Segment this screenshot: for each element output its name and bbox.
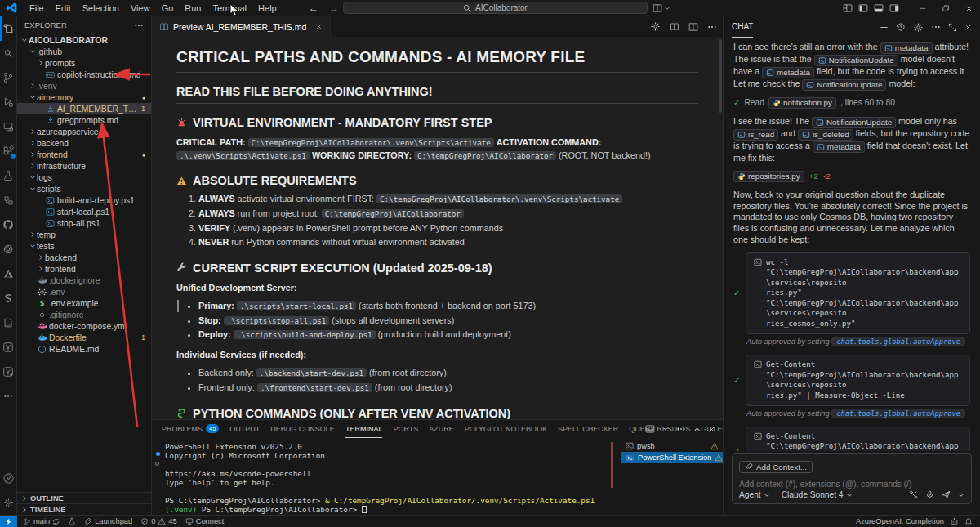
menu-help[interactable]: Help: [252, 0, 283, 16]
copilot-robot-icon[interactable]: [950, 517, 959, 526]
command-center-search[interactable]: AICollaborator: [343, 2, 648, 14]
testing-icon[interactable]: [0, 163, 17, 188]
terminal-instance-pwsh[interactable]: pwsh: [621, 440, 723, 452]
new-chat-icon[interactable]: [880, 23, 889, 32]
voice-icon[interactable]: [925, 490, 934, 499]
file-pill[interactable]: repositories.py: [733, 171, 804, 182]
panel-tab-azure[interactable]: AZURE: [429, 420, 454, 438]
tree-item-frontend[interactable]: frontend●: [17, 149, 151, 160]
tree-item-docker-compose-yml[interactable]: docker-compose.yml: [17, 320, 151, 332]
tree-item-azureappservice[interactable]: azureappservice: [17, 126, 151, 137]
timeline-section[interactable]: TIMELINE: [17, 503, 151, 515]
setting-chip[interactable]: chat.tools.global.autoApprove: [831, 409, 965, 418]
tree-item-stop-all-ps1[interactable]: stop-all.ps1: [17, 217, 151, 229]
accounts-icon[interactable]: [0, 466, 17, 490]
source-control-icon[interactable]: [0, 65, 17, 90]
symbol-pill[interactable]: metadata: [813, 141, 865, 153]
azure-icon[interactable]: [0, 261, 17, 286]
branch-status[interactable]: main: [20, 516, 64, 527]
notifications-bell-icon[interactable]: [964, 517, 973, 526]
send-button[interactable]: [942, 490, 951, 499]
tree-item-aicollaborator[interactable]: AICOLLABORATOR: [17, 34, 151, 46]
status-beaker[interactable]: [64, 516, 80, 527]
toggle-secondary-sidebar-icon[interactable]: [886, 0, 902, 16]
panel-more-actions-icon[interactable]: [676, 424, 686, 434]
terminal-scrollbar[interactable]: [611, 442, 613, 488]
menu-file[interactable]: File: [24, 0, 50, 16]
tree-item-scripts[interactable]: scripts: [17, 183, 151, 194]
file-pill[interactable]: notification.py: [768, 97, 836, 109]
minimize-button[interactable]: [911, 0, 934, 16]
nav-forward-icon[interactable]: →: [329, 2, 339, 14]
tree-item-venv[interactable]: .venv: [17, 80, 151, 92]
tree-item-dockerfile[interactable]: Dockerfile1: [17, 332, 151, 343]
chat-code-block[interactable]: wc -l"C:\tempGregProj\AICollaborator\bac…: [746, 252, 970, 335]
symbol-pill[interactable]: is_deleted: [798, 129, 853, 141]
panel-tab-terminal[interactable]: TERMINAL: [345, 420, 383, 438]
close-window-button[interactable]: [957, 0, 980, 16]
objects-icon[interactable]: [0, 188, 17, 212]
github-icon[interactable]: [0, 212, 17, 237]
add-context-button[interactable]: Add Context...: [739, 461, 813, 473]
more-views-icon[interactable]: [0, 384, 17, 409]
tree-item-ai-remember-this-md[interactable]: AI_REMEMBER_THIS.md1: [17, 103, 151, 114]
wheel-icon[interactable]: [0, 237, 17, 261]
symbol-pill[interactable]: NotificationUpdate: [814, 55, 898, 66]
tree-item-logs[interactable]: logs: [17, 172, 151, 183]
search-icon[interactable]: [0, 41, 17, 65]
menu-run[interactable]: Run: [179, 0, 207, 16]
menu-selection[interactable]: Selection: [77, 0, 125, 16]
symbol-pill[interactable]: NotificationUpdate: [802, 79, 886, 91]
agent-mode-dropdown[interactable]: Agent: [739, 490, 770, 499]
new-window-button[interactable]: [653, 0, 670, 16]
open-preview-icon[interactable]: [670, 22, 679, 32]
settings-gear-icon[interactable]: [0, 490, 17, 515]
explorer-icon[interactable]: [0, 16, 17, 41]
tree-item-readme-md[interactable]: README.md: [17, 343, 151, 355]
chat-input-placeholder[interactable]: Add context (#), extensions (@), command…: [739, 480, 964, 489]
symbol-pill[interactable]: NotificationUpdate: [812, 117, 896, 128]
tab-chat[interactable]: CHAT: [732, 16, 753, 38]
symbol-pill[interactable]: metadata: [762, 67, 814, 78]
panel-tab-ports[interactable]: PORTS: [393, 420, 418, 438]
restore-button[interactable]: [934, 0, 957, 16]
extensions-icon[interactable]: [0, 139, 17, 163]
panel-tab-debug-console[interactable]: DEBUG CONSOLE: [270, 420, 335, 438]
run-debug-icon[interactable]: [0, 90, 17, 114]
tree-item-github[interactable]: .github: [17, 46, 151, 57]
tree-item-build-and-deploy-ps1[interactable]: build-and-deploy.ps1: [17, 194, 151, 206]
panel-tab-spell-checker[interactable]: SPELL CHECKER: [558, 420, 618, 438]
remote-explorer-icon[interactable]: [0, 114, 17, 139]
tree-item-tests[interactable]: tests: [17, 240, 151, 252]
close-tab-icon[interactable]: [315, 23, 323, 30]
setting-chip[interactable]: chat.tools.global.autoApprove: [831, 337, 965, 346]
terminal-instance-powershell-extension[interactable]: PowerShell Extension: [621, 452, 723, 463]
panel-tab-problems[interactable]: PROBLEMS45: [162, 420, 219, 438]
tree-item-backend[interactable]: backend: [17, 252, 151, 263]
menu-view[interactable]: View: [125, 0, 156, 16]
explorer-more-actions-icon[interactable]: [134, 20, 144, 30]
toggle-sidebar-icon[interactable]: [855, 0, 871, 16]
tree-item-env-example[interactable]: $.env.example: [17, 297, 151, 309]
symbol-pill[interactable]: metadata: [880, 42, 933, 54]
expand-chat-icon[interactable]: [948, 23, 957, 32]
terminal-output[interactable]: PowerShell Extension v2025.2.0Copyright …: [152, 438, 609, 515]
customize-layout-icon[interactable]: [840, 0, 855, 16]
tree-item-temp[interactable]: temp: [17, 229, 151, 240]
symbol-pill[interactable]: is_read: [733, 129, 778, 141]
tree-item-prompts[interactable]: prompts: [17, 57, 151, 69]
maximize-panel-icon[interactable]: [693, 426, 701, 433]
chat-history-icon[interactable]: [896, 22, 906, 32]
chat-code-block[interactable]: Get-Content"C:\tempGregProj\AICollaborat…: [746, 355, 970, 406]
menu-terminal[interactable]: Terminal: [207, 0, 253, 16]
chevron-down-icon[interactable]: [662, 426, 669, 432]
connect-status[interactable]: Connect: [181, 516, 229, 527]
tab-preview-ai-remember-this[interactable]: Preview AI_REMEMBER_THIS.md: [152, 16, 331, 37]
launchpad-status[interactable]: Launchpad: [80, 516, 136, 527]
panel-tab-output[interactable]: OUTPUT: [229, 420, 260, 438]
tree-item-infrastructure[interactable]: infrastructure: [17, 160, 151, 172]
tree-item-aimemory[interactable]: aimemory●: [17, 92, 151, 103]
close-chat-icon[interactable]: [964, 24, 972, 31]
tree-item-env[interactable]: .env: [17, 286, 151, 297]
preview-settings-icon[interactable]: [650, 21, 661, 32]
